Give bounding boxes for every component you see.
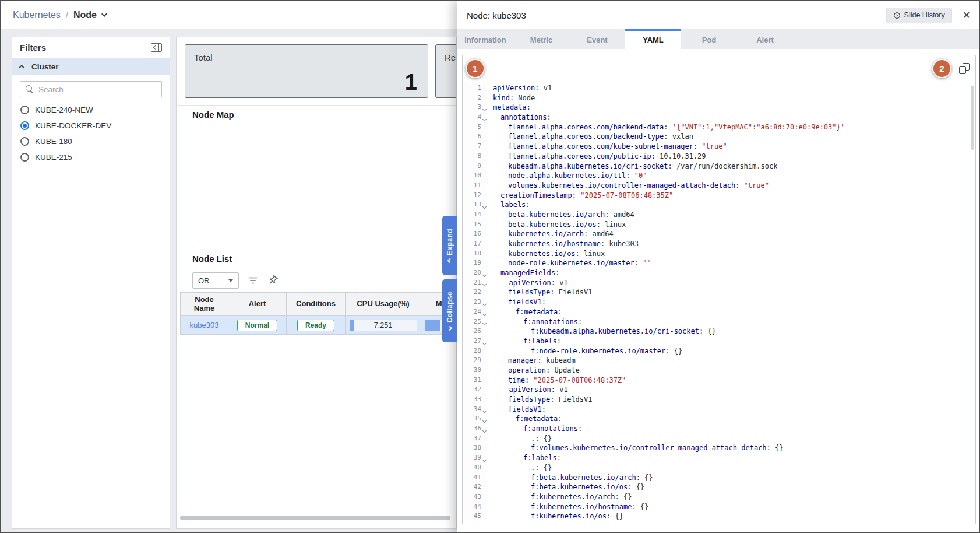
yaml-text: creationTimestamp: "2025-07-08T06:48:35Z… — [487, 191, 673, 201]
fold-toggle-icon[interactable] — [482, 458, 487, 462]
yaml-line: 15beta.kubernetes.io/os: linux — [463, 220, 975, 230]
yaml-line: 8flannel.alpha.coreos.com/public-ip: 10.… — [463, 152, 975, 162]
radio-unselected-icon[interactable] — [20, 153, 29, 162]
clock-icon — [893, 12, 901, 19]
cluster-search-box — [20, 81, 162, 97]
line-number: 25 — [463, 317, 487, 327]
yaml-line: 44f:kubernetes.io/hostname: {} — [463, 502, 975, 512]
fold-toggle-icon[interactable] — [482, 117, 487, 121]
total-stat-card[interactable]: Total 1 — [185, 44, 428, 98]
radio-unselected-icon[interactable] — [20, 137, 29, 146]
pin-icon[interactable] — [267, 275, 279, 286]
fold-toggle-icon[interactable] — [482, 205, 487, 209]
slide-history-label: Slide History — [904, 11, 945, 19]
yaml-text: - apiVersion: v1 — [487, 385, 568, 395]
line-number: 5 — [463, 122, 487, 132]
yaml-line: 43f:kubernetes.io/arch: {} — [463, 492, 975, 502]
cluster-option[interactable]: KUBE-180 — [12, 134, 170, 149]
yaml-text: kubeadm.alpha.kubernetes.io/cri-socket: … — [487, 162, 777, 171]
tab-metric[interactable]: Metric — [513, 29, 569, 49]
yaml-text: node-role.kubernetes.io/master: "" — [487, 258, 651, 268]
fold-toggle-icon[interactable] — [482, 311, 487, 315]
yaml-text: f:kubernetes.io/arch: {} — [487, 492, 632, 502]
fold-toggle-icon[interactable] — [482, 273, 487, 277]
line-number: 18 — [463, 249, 487, 259]
cluster-option-label: KUBE-240-NEW — [35, 106, 93, 114]
cpu-usage-bar: 7.251 — [350, 320, 417, 331]
cluster-option[interactable]: KUBE-240-NEW — [12, 102, 170, 118]
yaml-text: flannel.alpha.coreos.com/backend-type: v… — [487, 132, 693, 142]
yaml-line: 12creationTimestamp: "2025-07-08T06:48:3… — [463, 191, 975, 201]
collapse-panel-icon[interactable] — [151, 43, 162, 52]
yaml-text: f:labels: — [487, 453, 561, 463]
breadcrumb-root-link[interactable]: Kubernetes — [13, 10, 61, 20]
panel-tabs: InformationMetricEventYAMLPodAlert — [457, 29, 980, 49]
yaml-toolbar-right: 2 — [932, 59, 970, 78]
close-icon[interactable]: ✕ — [963, 10, 971, 20]
collapse-button[interactable]: Collapse — [442, 279, 457, 342]
line-number: 21 — [463, 278, 487, 288]
fold-toggle-icon[interactable] — [482, 282, 487, 286]
tab-alert[interactable]: Alert — [737, 29, 793, 49]
node-name-link[interactable]: kube303 — [190, 321, 219, 329]
breadcrumb-current-dropdown[interactable]: Node — [73, 10, 105, 20]
node-detail-panel: Node: kube303 Slide History ✕ Informatio… — [457, 1, 980, 533]
memory-usage-fill — [425, 320, 440, 331]
search-icon — [26, 85, 34, 93]
tab-information[interactable]: Information — [457, 29, 513, 49]
expand-label: Expand — [446, 229, 454, 255]
horizontal-scrollbar[interactable] — [180, 516, 450, 520]
radio-selected-icon[interactable] — [20, 121, 29, 130]
column-header: CPU Usage(%) — [346, 293, 421, 316]
yaml-line: 20managedFields: — [463, 268, 975, 278]
expand-button[interactable]: Expand — [442, 216, 457, 275]
yaml-line: 30operation: Update — [463, 366, 975, 376]
slide-history-button[interactable]: Slide History — [886, 8, 952, 23]
vertical-scrollbar-thumb[interactable] — [971, 86, 974, 150]
cluster-option[interactable]: KUBE-DOCKER-DEV — [12, 118, 170, 134]
node-overview-card: Total 1 Re Node Map Node List OR — [176, 37, 457, 529]
fold-toggle-icon[interactable] — [482, 409, 487, 413]
line-number: 35 — [463, 414, 487, 424]
table-cell-conditions: Ready — [287, 316, 346, 335]
cluster-option[interactable]: KUBE-215 — [12, 149, 170, 165]
yaml-text: fieldsV1: — [487, 297, 546, 307]
node-list-title: Node List — [192, 254, 232, 264]
cluster-option-label: KUBE-180 — [35, 137, 72, 146]
tab-pod[interactable]: Pod — [681, 29, 737, 49]
tab-event[interactable]: Event — [569, 29, 625, 49]
fold-toggle-icon[interactable] — [482, 429, 487, 433]
app-window: Kubernetes / Node Filters Cluster KUBE-2… — [0, 0, 980, 533]
search-input[interactable] — [38, 85, 156, 94]
fold-toggle-icon[interactable] — [482, 419, 487, 423]
cluster-section-header[interactable]: Cluster — [12, 58, 170, 75]
filter-icon[interactable] — [247, 275, 259, 286]
line-number: 19 — [463, 258, 487, 268]
line-number: 12 — [463, 191, 487, 201]
second-stat-card[interactable]: Re — [435, 44, 457, 98]
yaml-line: 4annotations: — [463, 113, 975, 122]
radio-unselected-icon[interactable] — [20, 106, 29, 114]
yaml-line: 36f:annotations: — [463, 424, 975, 434]
operator-select[interactable]: OR — [192, 272, 239, 289]
yaml-line: 2kind: Node — [463, 93, 975, 103]
fold-toggle-icon[interactable] — [482, 107, 487, 111]
yaml-line: 41f:beta.kubernetes.io/arch: {} — [463, 473, 975, 483]
yaml-text: kubernetes.io/arch: amd64 — [487, 229, 614, 239]
yaml-text: time: "2025-07-08T06:48:37Z" — [487, 376, 626, 385]
yaml-text: f:metadata: — [487, 414, 562, 424]
line-number: 43 — [463, 492, 487, 502]
fold-toggle-icon[interactable] — [482, 321, 487, 325]
yaml-text: .: {} — [487, 463, 552, 473]
filters-header: Filters — [12, 37, 170, 58]
line-number: 26 — [463, 327, 487, 336]
yaml-text: f:node-role.kubernetes.io/master: {} — [487, 346, 682, 356]
fold-toggle-icon[interactable] — [482, 302, 487, 306]
line-number: 23 — [463, 297, 487, 307]
breadcrumb-current-label: Node — [73, 10, 97, 20]
copy-icon[interactable] — [959, 63, 970, 74]
alert-status-badge: Normal — [237, 320, 277, 331]
yaml-line: 35f:metadata: — [463, 414, 975, 424]
fold-toggle-icon[interactable] — [482, 341, 487, 345]
tab-yaml[interactable]: YAML — [625, 29, 681, 49]
